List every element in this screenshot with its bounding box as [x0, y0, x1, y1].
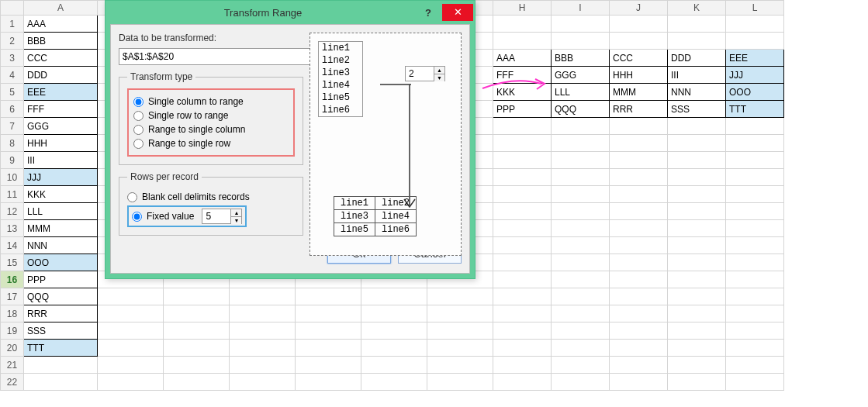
cell[interactable]: [610, 118, 668, 135]
row-header[interactable]: 2: [1, 33, 24, 50]
cell[interactable]: [361, 322, 427, 340]
column-header[interactable]: A: [24, 1, 98, 16]
cell[interactable]: [726, 118, 784, 135]
row-header[interactable]: 8: [1, 135, 24, 152]
cell[interactable]: [668, 271, 726, 288]
cell[interactable]: III: [24, 152, 98, 169]
cell[interactable]: HHH: [24, 135, 98, 152]
cell[interactable]: AAA: [493, 50, 552, 67]
cell[interactable]: [668, 16, 726, 33]
help-button[interactable]: ?: [414, 7, 442, 19]
cell[interactable]: [493, 288, 552, 305]
row-header[interactable]: 1: [1, 16, 24, 33]
cell[interactable]: [726, 152, 784, 169]
cell[interactable]: [726, 340, 784, 357]
cell[interactable]: [164, 340, 230, 357]
cell[interactable]: PPP: [493, 101, 552, 118]
cell[interactable]: [726, 16, 784, 33]
cell[interactable]: [230, 322, 296, 340]
cell[interactable]: BBB: [24, 33, 98, 50]
cell[interactable]: [427, 305, 493, 322]
cell[interactable]: [493, 169, 552, 186]
preview-spinner[interactable]: ▲▼: [405, 66, 445, 81]
radio-range-to-single-column[interactable]: Range to single column: [133, 124, 289, 135]
cell[interactable]: [610, 169, 668, 186]
cell[interactable]: NNN: [668, 84, 726, 101]
cell[interactable]: SSS: [24, 322, 98, 340]
cell[interactable]: [164, 374, 230, 391]
cell[interactable]: [610, 254, 668, 271]
cell[interactable]: [610, 186, 668, 203]
cell[interactable]: KKK: [24, 186, 98, 203]
cell[interactable]: GGG: [552, 67, 610, 84]
cell[interactable]: [493, 135, 552, 152]
cell[interactable]: [668, 237, 726, 254]
cell[interactable]: LLL: [24, 203, 98, 220]
cell[interactable]: [668, 322, 726, 340]
cell[interactable]: [493, 271, 552, 288]
cell[interactable]: [230, 340, 296, 357]
cell[interactable]: [552, 374, 610, 391]
cell[interactable]: [726, 357, 784, 374]
row-header[interactable]: 10: [1, 169, 24, 186]
cell[interactable]: CCC: [24, 50, 98, 67]
fixed-value-spinner[interactable]: ▲▼: [202, 209, 242, 224]
cell[interactable]: [296, 305, 361, 322]
cell[interactable]: NNN: [24, 237, 98, 254]
cell[interactable]: [24, 357, 98, 374]
spinner-down-icon[interactable]: ▼: [231, 217, 241, 224]
cell[interactable]: [493, 152, 552, 169]
cell[interactable]: [296, 374, 361, 391]
cell[interactable]: [493, 33, 552, 50]
cell[interactable]: [610, 16, 668, 33]
cell[interactable]: [668, 169, 726, 186]
row-header[interactable]: 18: [1, 305, 24, 322]
cell[interactable]: [726, 169, 784, 186]
cell[interactable]: [230, 357, 296, 374]
spinner-up-icon[interactable]: ▲: [231, 209, 241, 217]
cell[interactable]: [552, 186, 610, 203]
cell[interactable]: [230, 288, 296, 305]
cell[interactable]: EEE: [726, 50, 784, 67]
cell[interactable]: MMM: [610, 84, 668, 101]
cell[interactable]: [668, 186, 726, 203]
cell[interactable]: [98, 340, 164, 357]
cell[interactable]: [610, 152, 668, 169]
cell[interactable]: FFF: [24, 101, 98, 118]
cell[interactable]: [726, 254, 784, 271]
cell[interactable]: [552, 322, 610, 340]
cell[interactable]: GGG: [24, 118, 98, 135]
cell[interactable]: QQQ: [552, 101, 610, 118]
cell[interactable]: [668, 220, 726, 237]
cell[interactable]: [493, 118, 552, 135]
cell[interactable]: [361, 357, 427, 374]
radio-range-to-single-row[interactable]: Range to single row: [133, 138, 289, 149]
cell[interactable]: [296, 288, 361, 305]
column-header[interactable]: H: [493, 1, 552, 16]
cell[interactable]: [552, 305, 610, 322]
cell[interactable]: DDD: [24, 67, 98, 84]
cell[interactable]: [552, 203, 610, 220]
select-all-corner[interactable]: [1, 1, 24, 16]
radio-single-row-to-range[interactable]: Single row to range: [133, 110, 289, 121]
cell[interactable]: [668, 340, 726, 357]
cell[interactable]: JJJ: [24, 169, 98, 186]
radio-blank-cell-delimits[interactable]: Blank cell delimits records: [127, 191, 295, 202]
row-header[interactable]: 17: [1, 288, 24, 305]
cell[interactable]: MMM: [24, 220, 98, 237]
cell[interactable]: [610, 357, 668, 374]
cell[interactable]: [361, 305, 427, 322]
cell[interactable]: [24, 374, 98, 391]
cell[interactable]: [610, 271, 668, 288]
cell[interactable]: [668, 152, 726, 169]
cell[interactable]: [552, 135, 610, 152]
cell[interactable]: [552, 357, 610, 374]
row-header[interactable]: 11: [1, 186, 24, 203]
row-header[interactable]: 6: [1, 101, 24, 118]
cell[interactable]: [610, 374, 668, 391]
row-header[interactable]: 22: [1, 374, 24, 391]
cell[interactable]: [361, 374, 427, 391]
cell[interactable]: [726, 135, 784, 152]
cell[interactable]: [552, 220, 610, 237]
cell[interactable]: [493, 16, 552, 33]
